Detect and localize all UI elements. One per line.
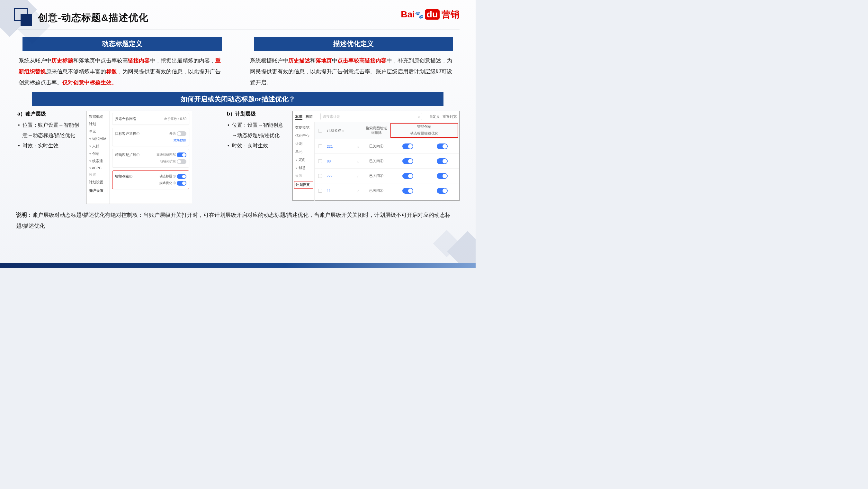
search-icon: ⌕	[418, 115, 420, 118]
toggle[interactable]	[437, 188, 448, 194]
toggle[interactable]	[177, 152, 186, 157]
nav-item[interactable]: 词和网址	[87, 135, 109, 143]
nav-item[interactable]: 创意	[87, 150, 109, 157]
search-icon[interactable]: ⌕	[354, 159, 362, 163]
toggle[interactable]	[437, 173, 448, 179]
screenshot-account-level: 数据概览 计划 单元 词和网址 人群 创意 线索通 oCPC 设置 计划设置 账…	[86, 111, 192, 204]
toggle-dynamic-title[interactable]	[177, 174, 186, 179]
section-a-bullets: 位置：账户设置→智能创意→动态标题/描述优化 时效：实时生效	[18, 120, 82, 151]
toggle[interactable]	[402, 188, 413, 194]
nav-item[interactable]: 优化中心	[293, 132, 314, 140]
section-b-bullets: 位置：设置→智能创意→动态标题/描述优化 时效：实时生效	[227, 120, 288, 151]
toggle[interactable]	[437, 158, 448, 164]
nav-item[interactable]: 计划设置	[87, 178, 109, 186]
table-row: 221 ⌕ 已关闭ⓘ	[315, 139, 459, 154]
full-band: 如何开启或关闭动态标题or描述优化？	[32, 92, 443, 106]
left-band: 动态标题定义	[23, 37, 222, 51]
toggle[interactable]	[402, 173, 413, 179]
table-row: 777 ⌕ 已关闭ⓘ	[315, 169, 459, 183]
search-icon[interactable]: ⌕	[354, 144, 362, 148]
custom-button[interactable]: 自定义	[429, 115, 440, 118]
nav-item: 设置	[87, 171, 109, 178]
nav-item[interactable]: 线索通	[87, 157, 109, 165]
page-title: 创意-动态标题&描述优化	[38, 11, 149, 24]
nav-item-plan-settings[interactable]: 计划设置	[294, 181, 313, 189]
nav-item[interactable]: 人群	[87, 143, 109, 150]
right-band: 描述优化定义	[254, 37, 453, 51]
nav-item[interactable]: 数据概览	[293, 123, 314, 132]
toggle[interactable]	[177, 131, 186, 136]
section-b-head: b）计划层级	[227, 111, 288, 117]
section-a-head: a）账户层级	[18, 111, 82, 117]
checkbox[interactable]	[318, 159, 322, 163]
nav-item[interactable]: 计划	[87, 120, 109, 128]
toggle[interactable]	[437, 143, 448, 149]
checkbox[interactable]	[318, 174, 322, 178]
nav-item: 设置	[293, 172, 314, 180]
table-row: 11 ⌕ 已关闭ⓘ	[315, 183, 459, 198]
search-input[interactable]: 请搜索计划⌕	[320, 113, 422, 120]
effect-data-link[interactable]: 效果数据	[174, 138, 186, 143]
header-divider	[16, 30, 460, 30]
sort-icon: ◇	[342, 129, 344, 133]
nav-item[interactable]: 单元	[87, 128, 109, 135]
right-description: 系统根据账户中历史描述和落地页中点击率较高链接内容中，补充到原创意描述，为网民提…	[247, 55, 460, 88]
reset-width-button[interactable]: 重置列宽	[442, 115, 457, 118]
toggle-desc-opt[interactable]	[177, 181, 186, 185]
search-icon[interactable]: ⌕	[354, 174, 362, 178]
checkbox[interactable]	[318, 189, 322, 193]
toggle[interactable]	[402, 158, 413, 164]
screenshot-plan-level: 标准极简 请搜索计划⌕ 自定义重置列宽 数据概览 优化中心 计划 单元 定向 创…	[292, 111, 460, 201]
checkbox[interactable]	[318, 144, 322, 148]
nav-item[interactable]: oCPC	[87, 165, 109, 171]
nav-item-account-settings[interactable]: 账户设置	[88, 187, 108, 194]
nav-item[interactable]: 计划	[293, 140, 314, 148]
nav-item[interactable]: 单元	[293, 148, 314, 156]
checkbox-all[interactable]	[318, 129, 322, 133]
nav-item[interactable]: 定向	[293, 156, 314, 164]
table-row: 88 ⌕ 已关闭ⓘ	[315, 154, 459, 169]
baidu-logo: Bai🐾du 营销	[401, 8, 460, 21]
left-description: 系统从账户中历史标题和落地页中点击率较高链接内容中，挖掘出最精炼的内容，重新组织…	[16, 55, 228, 88]
title-decoration	[16, 10, 32, 26]
note-text: 说明：账户层级对动态标题/描述优化有绝对控制权：当账户层级开关打开时，可在计划层…	[16, 210, 460, 232]
search-icon[interactable]: ⌕	[354, 189, 362, 193]
nav-item[interactable]: 创意	[293, 164, 314, 172]
view-tabs[interactable]: 标准极简	[295, 114, 316, 119]
nav-item[interactable]: 数据概览	[87, 113, 109, 120]
paw-icon: 🐾	[415, 11, 424, 19]
smart-creative-group: 智能创意 动态标题描述优化	[391, 123, 458, 138]
footer-bar	[0, 263, 476, 268]
toggle[interactable]	[402, 143, 413, 149]
toggle[interactable]	[177, 159, 186, 164]
